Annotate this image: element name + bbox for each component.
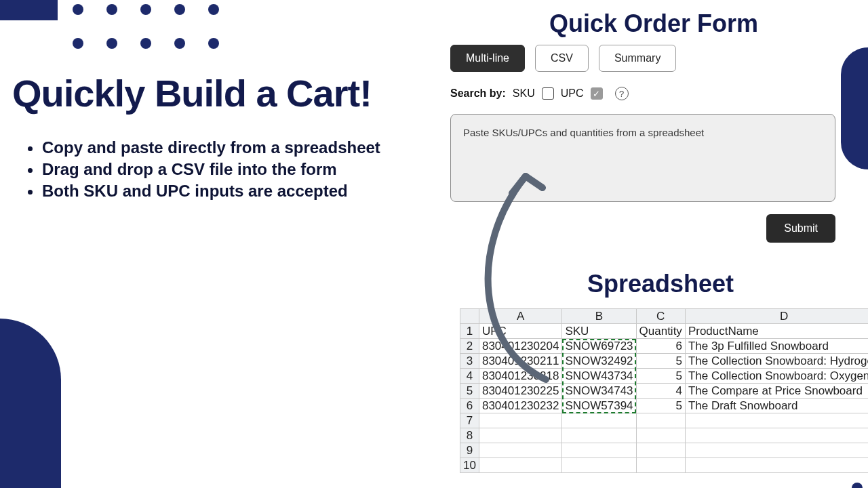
table-row[interactable]: 5830401230225SNOW347434The Compare at Pr… bbox=[460, 384, 869, 399]
paste-placeholder: Paste SKUs/UPCs and quantities from a sp… bbox=[463, 127, 704, 138]
tab-summary[interactable]: Summary bbox=[599, 45, 676, 72]
table-row[interactable]: 9 bbox=[460, 443, 869, 458]
sku-label: SKU bbox=[513, 87, 535, 100]
help-icon[interactable]: ? bbox=[615, 87, 629, 100]
bullet-3: Both SKU and UPC inputs are accepted bbox=[42, 182, 380, 201]
bullet-1: Copy and paste directly from a spreadshe… bbox=[42, 138, 380, 157]
spreadsheet-title: Spreadsheet bbox=[587, 270, 734, 298]
paste-textarea[interactable]: Paste SKUs/UPCs and quantities from a sp… bbox=[450, 114, 835, 202]
table-row[interactable]: 2830401230204SNOW697236The 3p Fulfilled … bbox=[460, 339, 869, 354]
table-row[interactable]: 8 bbox=[460, 428, 869, 443]
deco-shape-bottom-left bbox=[0, 319, 61, 488]
spreadsheet-table[interactable]: ABCD1UPCSKUQuantityProductName2830401230… bbox=[460, 308, 868, 473]
headline: Quickly Build a Cart! bbox=[12, 71, 372, 115]
form-title: Quick Order Form bbox=[549, 9, 758, 38]
form-tabs: Multi-line CSV Summary bbox=[450, 45, 837, 72]
search-by-row: Search by: SKU UPC ✓ ? bbox=[450, 87, 837, 100]
submit-button[interactable]: Submit bbox=[766, 214, 835, 243]
deco-rect-top-left bbox=[0, 0, 58, 20]
table-row[interactable]: 7 bbox=[460, 413, 869, 428]
deco-dots-top bbox=[73, 4, 219, 49]
table-row[interactable]: 10 bbox=[460, 458, 869, 473]
deco-shape-right bbox=[841, 47, 868, 169]
tab-multiline[interactable]: Multi-line bbox=[450, 45, 525, 72]
tab-csv[interactable]: CSV bbox=[535, 45, 589, 72]
upc-checkbox[interactable]: ✓ bbox=[591, 87, 603, 100]
bullet-2: Drag and drop a CSV file into the form bbox=[42, 160, 380, 179]
search-by-label: Search by: bbox=[450, 87, 506, 100]
feature-bullets: Copy and paste directly from a spreadshe… bbox=[24, 136, 380, 203]
table-row[interactable]: 6830401230232SNOW573945The Draft Snowboa… bbox=[460, 399, 869, 413]
table-row[interactable]: 1UPCSKUQuantityProductName bbox=[460, 324, 869, 339]
sku-checkbox[interactable] bbox=[542, 87, 554, 100]
table-row[interactable]: 3830401230211SNOW324925The Collection Sn… bbox=[460, 354, 869, 369]
table-row[interactable]: 4830401230218SNOW437345The Collection Sn… bbox=[460, 369, 869, 384]
upc-label: UPC bbox=[561, 87, 584, 100]
